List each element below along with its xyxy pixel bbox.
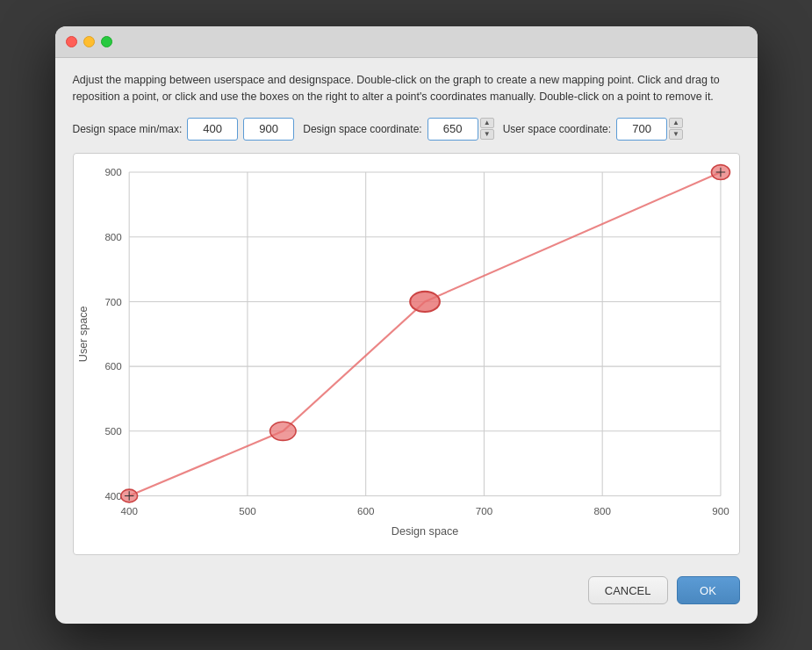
main-window: Adjust the mapping between userspace and… bbox=[55, 26, 758, 624]
user-space-coord-spinner-buttons: ▲ ▼ bbox=[669, 118, 683, 140]
svg-text:900: 900 bbox=[104, 167, 121, 177]
ok-button[interactable]: OK bbox=[677, 576, 740, 604]
footer: CANCEL OK bbox=[73, 567, 740, 610]
svg-text:700: 700 bbox=[104, 296, 121, 307]
design-space-minmax-group: Design space min/max: bbox=[73, 118, 295, 141]
cancel-button[interactable]: CANCEL bbox=[588, 576, 668, 604]
svg-text:600: 600 bbox=[357, 505, 374, 516]
design-space-coord-label: Design space coordinate: bbox=[303, 123, 421, 135]
user-space-coord-group: User space coordinate: ▲ ▼ bbox=[503, 118, 683, 141]
user-space-coord-down[interactable]: ▼ bbox=[669, 129, 683, 140]
user-space-coord-spinner: ▲ ▼ bbox=[616, 118, 683, 141]
user-space-coord-input[interactable] bbox=[616, 118, 667, 141]
design-space-coord-down[interactable]: ▼ bbox=[480, 129, 494, 140]
svg-text:600: 600 bbox=[104, 361, 121, 372]
svg-text:400: 400 bbox=[120, 505, 137, 516]
svg-point-29 bbox=[269, 422, 295, 440]
user-space-coord-label: User space coordinate: bbox=[503, 123, 611, 135]
chart-container[interactable]: 400 500 600 700 800 900 400 500 600 700 … bbox=[73, 153, 740, 556]
titlebar bbox=[55, 26, 758, 58]
design-space-coord-input[interactable] bbox=[428, 118, 478, 141]
design-space-coord-spinner-buttons: ▲ ▼ bbox=[480, 118, 494, 140]
svg-text:900: 900 bbox=[712, 505, 729, 516]
svg-text:500: 500 bbox=[104, 426, 121, 437]
design-space-coord-up[interactable]: ▲ bbox=[480, 118, 494, 128]
svg-text:700: 700 bbox=[475, 505, 492, 516]
design-space-coord-spinner: ▲ ▼ bbox=[428, 118, 494, 141]
mapping-chart[interactable]: 400 500 600 700 800 900 400 500 600 700 … bbox=[74, 154, 739, 542]
design-space-minmax-label: Design space min/max: bbox=[73, 123, 183, 135]
traffic-lights bbox=[66, 36, 112, 47]
description-text: Adjust the mapping between userspace and… bbox=[73, 72, 740, 105]
svg-text:User space: User space bbox=[76, 306, 89, 362]
maximize-button[interactable] bbox=[101, 36, 112, 47]
svg-text:500: 500 bbox=[239, 505, 255, 516]
svg-text:400: 400 bbox=[104, 490, 121, 501]
content-area: Adjust the mapping between userspace and… bbox=[55, 58, 758, 624]
design-space-coord-group: Design space coordinate: ▲ ▼ bbox=[303, 118, 493, 141]
svg-point-30 bbox=[410, 291, 440, 311]
user-space-coord-up[interactable]: ▲ bbox=[669, 118, 683, 128]
svg-text:800: 800 bbox=[593, 505, 610, 516]
controls-row: Design space min/max: Design space coord… bbox=[73, 118, 740, 141]
design-space-max-input[interactable] bbox=[243, 118, 294, 141]
close-button[interactable] bbox=[66, 36, 77, 47]
design-space-min-input[interactable] bbox=[187, 118, 238, 141]
minimize-button[interactable] bbox=[83, 36, 95, 47]
svg-text:Design space: Design space bbox=[391, 524, 458, 537]
svg-text:800: 800 bbox=[104, 231, 121, 242]
